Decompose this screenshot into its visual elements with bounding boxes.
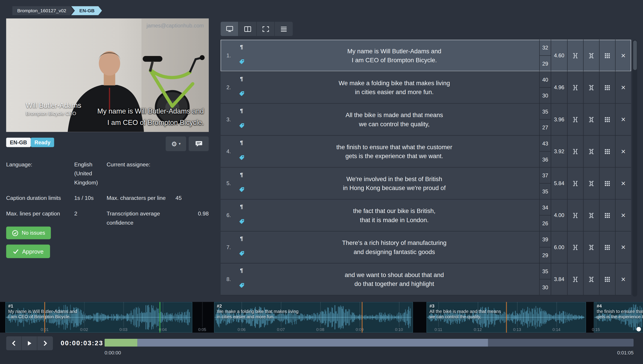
- breadcrumb-language-tab[interactable]: EN-GB: [71, 6, 102, 15]
- timeline-marker: [506, 302, 507, 333]
- tick-label: 0:10: [395, 328, 403, 332]
- breadcrumb-project-tab[interactable]: Brompton_160127_v02: [12, 6, 74, 15]
- close-icon: ×: [621, 84, 625, 92]
- tag-icon[interactable]: [238, 186, 245, 194]
- delete-caption-button[interactable]: ×: [615, 264, 631, 295]
- paragraph-icon[interactable]: ¶: [240, 268, 243, 273]
- paragraph-icon[interactable]: ¶: [240, 76, 243, 82]
- grid-button[interactable]: [599, 72, 615, 103]
- caption-row[interactable]: 8.¶and we want to shout about that anddo…: [221, 264, 631, 295]
- seek-bar[interactable]: [105, 339, 633, 346]
- tag-icon[interactable]: [238, 122, 245, 130]
- tick-label: 0:15: [592, 328, 600, 332]
- split-caption-button[interactable]: [583, 264, 599, 295]
- char-count-line1: 35: [540, 264, 551, 279]
- split-caption-button[interactable]: [583, 40, 599, 71]
- language-label: Language:: [6, 160, 74, 169]
- split-caption-button[interactable]: [583, 104, 599, 135]
- caption-text[interactable]: We make a folding bike that makes living…: [249, 72, 539, 103]
- next-button[interactable]: [37, 336, 53, 350]
- split-caption-button[interactable]: [583, 168, 599, 199]
- play-button[interactable]: [22, 336, 37, 350]
- grid-button[interactable]: [599, 168, 615, 199]
- delete-caption-button[interactable]: ×: [615, 200, 631, 231]
- merge-previous-button[interactable]: [567, 104, 583, 135]
- caption-text[interactable]: There's a rich history of manufacturinga…: [249, 232, 539, 263]
- char-counts: 3527: [539, 104, 551, 135]
- timeline[interactable]: #1My name is Will Butler-Adams andI am C…: [0, 302, 643, 333]
- timeline-scroll-handle[interactable]: [636, 327, 641, 332]
- grid-button[interactable]: [599, 264, 615, 295]
- caption-row[interactable]: 3.¶All the bike is made and that meanswe…: [221, 104, 631, 136]
- previous-button[interactable]: [6, 336, 22, 350]
- paragraph-icon[interactable]: ¶: [240, 108, 243, 114]
- split-caption-button[interactable]: [583, 232, 599, 263]
- grid-button[interactable]: [599, 232, 615, 263]
- timeline-segment[interactable]: #4the finish to ensure that what the cus…: [594, 302, 643, 333]
- chevron-down-icon: ▾: [179, 142, 181, 146]
- tag-icon[interactable]: [238, 218, 245, 226]
- caption-text[interactable]: All the bike is made and that meanswe ca…: [249, 104, 539, 135]
- caption-row[interactable]: 6.¶the fact that our bike is British,tha…: [221, 200, 631, 231]
- caption-number: 4.: [221, 136, 234, 167]
- paragraph-icon[interactable]: ¶: [240, 172, 243, 177]
- caption-text[interactable]: the fact that our bike is British,that i…: [249, 200, 539, 231]
- paragraph-icon[interactable]: ¶: [240, 44, 243, 50]
- tick-label: 0:09: [356, 328, 364, 332]
- caption-text[interactable]: My name is Will Butler-Adams andI am CEO…: [249, 40, 539, 71]
- merge-previous-button[interactable]: [567, 72, 583, 103]
- split-caption-button[interactable]: [583, 72, 599, 103]
- lower-third: Will Butler-Adams Brompton Bicycle CEO: [26, 102, 81, 132]
- comments-button[interactable]: [189, 136, 209, 151]
- split-caption-button[interactable]: [583, 136, 599, 167]
- merge-previous-button[interactable]: [567, 40, 583, 71]
- caption-row[interactable]: 5.¶We're involved in the best of British…: [221, 168, 631, 200]
- paragraph-icon[interactable]: ¶: [240, 236, 243, 241]
- video-view-button[interactable]: [221, 22, 239, 36]
- grid-button[interactable]: [599, 40, 615, 71]
- tick-label: 0:12: [474, 328, 482, 332]
- columns-view-button[interactable]: [239, 22, 257, 36]
- caption-row[interactable]: 2.¶We make a folding bike that makes liv…: [221, 72, 631, 104]
- delete-caption-button[interactable]: ×: [615, 40, 631, 71]
- merge-previous-button[interactable]: [567, 200, 583, 231]
- grid-button[interactable]: [599, 200, 615, 231]
- merge-previous-button[interactable]: [567, 168, 583, 199]
- delete-caption-button[interactable]: ×: [615, 136, 631, 167]
- tag-icon[interactable]: [238, 282, 245, 290]
- tag-icon[interactable]: [238, 59, 245, 66]
- caption-text[interactable]: the finish to ensure that what the custo…: [249, 136, 539, 167]
- delete-caption-button[interactable]: ×: [615, 104, 631, 135]
- tag-icon[interactable]: [238, 154, 245, 162]
- caption-row[interactable]: 7.¶There's a rich history of manufacturi…: [221, 232, 631, 264]
- speaker-title: Brompton Bicycle CEO: [26, 111, 81, 116]
- paragraph-icon[interactable]: ¶: [240, 140, 243, 146]
- caption-row[interactable]: 1.¶My name is Will Butler-Adams andI am …: [221, 40, 631, 72]
- no-issues-button[interactable]: No issues: [6, 226, 51, 239]
- video-player[interactable]: james@captionhub.com Will Butler-Adams B…: [6, 18, 209, 132]
- approve-button[interactable]: Approve: [6, 245, 50, 258]
- tick-line: [163, 302, 163, 327]
- delete-caption-button[interactable]: ×: [615, 232, 631, 263]
- merge-previous-button[interactable]: [567, 264, 583, 295]
- delete-caption-button[interactable]: ×: [615, 168, 631, 199]
- merge-previous-button[interactable]: [567, 232, 583, 263]
- tag-icon[interactable]: [238, 250, 245, 258]
- grid-button[interactable]: [599, 136, 615, 167]
- paragraph-icon[interactable]: ¶: [240, 204, 243, 210]
- split-caption-button[interactable]: [583, 200, 599, 231]
- tick-label: 0:11: [435, 328, 442, 332]
- delete-caption-button[interactable]: ×: [615, 72, 631, 103]
- merge-previous-button[interactable]: [567, 136, 583, 167]
- settings-button[interactable]: ⚙▾: [166, 136, 186, 151]
- scrollbar-thumb[interactable]: [633, 40, 637, 70]
- table-scrollbar[interactable]: [632, 40, 637, 297]
- caption-row[interactable]: 4.¶the finish to ensure that what the cu…: [221, 136, 631, 168]
- tag-icon[interactable]: [238, 90, 245, 98]
- grid-button[interactable]: [599, 104, 615, 135]
- playhead[interactable]: [160, 302, 161, 333]
- fullscreen-view-button[interactable]: [257, 22, 275, 36]
- list-view-button[interactable]: [275, 22, 293, 36]
- caption-text[interactable]: We're involved in the best of Britishin …: [249, 168, 539, 199]
- caption-text[interactable]: and we want to shout about that anddo th…: [249, 264, 539, 295]
